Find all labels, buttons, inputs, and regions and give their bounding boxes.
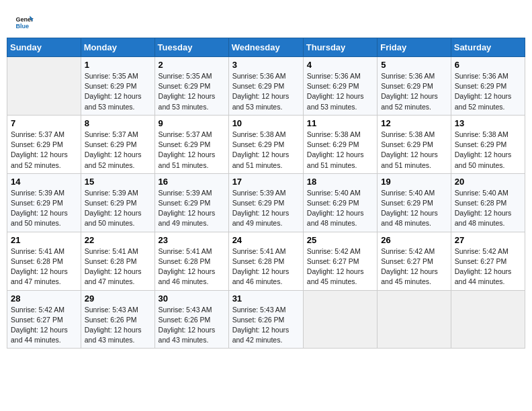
day-info: Sunrise: 5:38 AMSunset: 6:29 PMDaylight:… bbox=[381, 130, 447, 171]
day-number: 23 bbox=[159, 235, 225, 245]
day-info: Sunrise: 5:38 AMSunset: 6:29 PMDaylight:… bbox=[307, 130, 373, 171]
weekday-header-row: SundayMondayTuesdayWednesdayThursdayFrid… bbox=[7, 38, 525, 57]
day-info: Sunrise: 5:40 AMSunset: 6:29 PMDaylight:… bbox=[381, 188, 447, 229]
calendar-cell: 9Sunrise: 5:37 AMSunset: 6:29 PMDaylight… bbox=[154, 115, 228, 173]
calendar-cell: 21Sunrise: 5:41 AMSunset: 6:28 PMDayligh… bbox=[7, 232, 81, 290]
day-number: 2 bbox=[159, 60, 225, 70]
day-number: 25 bbox=[307, 235, 373, 245]
day-info: Sunrise: 5:35 AMSunset: 6:29 PMDaylight:… bbox=[159, 71, 225, 112]
day-number: 20 bbox=[455, 177, 521, 187]
day-number: 16 bbox=[159, 177, 225, 187]
calendar-cell: 18Sunrise: 5:40 AMSunset: 6:29 PMDayligh… bbox=[303, 173, 377, 232]
weekday-friday: Friday bbox=[378, 38, 451, 57]
day-info: Sunrise: 5:40 AMSunset: 6:28 PMDaylight:… bbox=[455, 188, 521, 229]
day-number: 18 bbox=[307, 177, 373, 187]
week-row-2: 7Sunrise: 5:37 AMSunset: 6:29 PMDaylight… bbox=[7, 115, 525, 173]
day-info: Sunrise: 5:42 AMSunset: 6:27 PMDaylight:… bbox=[381, 246, 447, 287]
day-number: 22 bbox=[85, 235, 151, 245]
day-number: 28 bbox=[11, 293, 77, 304]
day-number: 7 bbox=[11, 118, 77, 128]
day-number: 27 bbox=[455, 235, 521, 245]
calendar-cell: 14Sunrise: 5:39 AMSunset: 6:29 PMDayligh… bbox=[7, 173, 81, 232]
day-info: Sunrise: 5:42 AMSunset: 6:27 PMDaylight:… bbox=[307, 246, 373, 287]
day-info: Sunrise: 5:37 AMSunset: 6:29 PMDaylight:… bbox=[85, 130, 151, 171]
day-info: Sunrise: 5:41 AMSunset: 6:28 PMDaylight:… bbox=[11, 246, 77, 287]
logo: General Blue bbox=[15, 12, 34, 31]
logo-icon: General Blue bbox=[15, 12, 34, 31]
weekday-saturday: Saturday bbox=[451, 38, 525, 57]
day-number: 29 bbox=[85, 293, 151, 304]
day-number: 12 bbox=[381, 118, 447, 128]
calendar-cell: 6Sunrise: 5:36 AMSunset: 6:29 PMDaylight… bbox=[451, 57, 525, 116]
page-header: General Blue bbox=[7, 7, 525, 34]
day-info: Sunrise: 5:35 AMSunset: 6:29 PMDaylight:… bbox=[85, 71, 151, 112]
day-number: 13 bbox=[455, 118, 521, 128]
calendar-cell: 28Sunrise: 5:42 AMSunset: 6:27 PMDayligh… bbox=[7, 290, 81, 349]
week-row-3: 14Sunrise: 5:39 AMSunset: 6:29 PMDayligh… bbox=[7, 173, 525, 232]
day-number: 26 bbox=[381, 235, 447, 245]
day-info: Sunrise: 5:36 AMSunset: 6:29 PMDaylight:… bbox=[381, 71, 447, 112]
day-info: Sunrise: 5:42 AMSunset: 6:27 PMDaylight:… bbox=[11, 305, 77, 346]
day-info: Sunrise: 5:41 AMSunset: 6:28 PMDaylight:… bbox=[85, 246, 151, 287]
calendar-cell: 13Sunrise: 5:38 AMSunset: 6:29 PMDayligh… bbox=[451, 115, 525, 173]
weekday-monday: Monday bbox=[81, 38, 154, 57]
day-number: 15 bbox=[85, 177, 151, 187]
weekday-thursday: Thursday bbox=[303, 38, 377, 57]
day-info: Sunrise: 5:39 AMSunset: 6:29 PMDaylight:… bbox=[232, 188, 300, 229]
day-info: Sunrise: 5:38 AMSunset: 6:29 PMDaylight:… bbox=[455, 130, 521, 171]
weekday-tuesday: Tuesday bbox=[154, 38, 228, 57]
day-number: 6 bbox=[455, 60, 521, 70]
day-number: 4 bbox=[307, 60, 373, 70]
calendar-cell: 27Sunrise: 5:42 AMSunset: 6:27 PMDayligh… bbox=[451, 232, 525, 290]
day-number: 1 bbox=[85, 60, 151, 70]
day-info: Sunrise: 5:43 AMSunset: 6:26 PMDaylight:… bbox=[159, 305, 225, 346]
calendar-cell: 22Sunrise: 5:41 AMSunset: 6:28 PMDayligh… bbox=[81, 232, 154, 290]
calendar-cell: 19Sunrise: 5:40 AMSunset: 6:29 PMDayligh… bbox=[378, 173, 451, 232]
week-row-1: 1Sunrise: 5:35 AMSunset: 6:29 PMDaylight… bbox=[7, 57, 525, 116]
day-info: Sunrise: 5:42 AMSunset: 6:27 PMDaylight:… bbox=[455, 246, 521, 287]
day-info: Sunrise: 5:39 AMSunset: 6:29 PMDaylight:… bbox=[159, 188, 225, 229]
day-info: Sunrise: 5:43 AMSunset: 6:26 PMDaylight:… bbox=[85, 305, 151, 346]
day-info: Sunrise: 5:36 AMSunset: 6:29 PMDaylight:… bbox=[232, 71, 300, 112]
day-number: 21 bbox=[11, 235, 77, 245]
calendar-cell: 20Sunrise: 5:40 AMSunset: 6:28 PMDayligh… bbox=[451, 173, 525, 232]
day-number: 9 bbox=[159, 118, 225, 128]
calendar-cell: 5Sunrise: 5:36 AMSunset: 6:29 PMDaylight… bbox=[378, 57, 451, 116]
day-number: 19 bbox=[381, 177, 447, 187]
day-info: Sunrise: 5:40 AMSunset: 6:29 PMDaylight:… bbox=[307, 188, 373, 229]
calendar-table: SundayMondayTuesdayWednesdayThursdayFrid… bbox=[7, 38, 525, 349]
day-number: 24 bbox=[232, 235, 300, 245]
day-info: Sunrise: 5:41 AMSunset: 6:28 PMDaylight:… bbox=[159, 246, 225, 287]
day-info: Sunrise: 5:38 AMSunset: 6:29 PMDaylight:… bbox=[232, 130, 300, 171]
calendar-cell: 15Sunrise: 5:39 AMSunset: 6:29 PMDayligh… bbox=[81, 173, 154, 232]
svg-text:Blue: Blue bbox=[15, 23, 29, 30]
calendar-cell: 8Sunrise: 5:37 AMSunset: 6:29 PMDaylight… bbox=[81, 115, 154, 173]
calendar-cell: 3Sunrise: 5:36 AMSunset: 6:29 PMDaylight… bbox=[228, 57, 303, 116]
day-number: 30 bbox=[159, 293, 225, 304]
calendar-cell: 29Sunrise: 5:43 AMSunset: 6:26 PMDayligh… bbox=[81, 290, 154, 349]
calendar-cell: 30Sunrise: 5:43 AMSunset: 6:26 PMDayligh… bbox=[154, 290, 228, 349]
day-number: 10 bbox=[232, 118, 300, 128]
day-info: Sunrise: 5:37 AMSunset: 6:29 PMDaylight:… bbox=[11, 130, 77, 171]
calendar-cell: 7Sunrise: 5:37 AMSunset: 6:29 PMDaylight… bbox=[7, 115, 81, 173]
week-row-4: 21Sunrise: 5:41 AMSunset: 6:28 PMDayligh… bbox=[7, 232, 525, 290]
calendar-cell: 23Sunrise: 5:41 AMSunset: 6:28 PMDayligh… bbox=[154, 232, 228, 290]
day-number: 14 bbox=[11, 177, 77, 187]
day-number: 5 bbox=[381, 60, 447, 70]
calendar-cell: 12Sunrise: 5:38 AMSunset: 6:29 PMDayligh… bbox=[378, 115, 451, 173]
day-info: Sunrise: 5:36 AMSunset: 6:29 PMDaylight:… bbox=[455, 71, 521, 112]
calendar-cell: 25Sunrise: 5:42 AMSunset: 6:27 PMDayligh… bbox=[303, 232, 377, 290]
calendar-cell bbox=[451, 290, 525, 349]
day-number: 8 bbox=[85, 118, 151, 128]
day-info: Sunrise: 5:39 AMSunset: 6:29 PMDaylight:… bbox=[11, 188, 77, 229]
day-number: 3 bbox=[232, 60, 300, 70]
calendar-cell: 11Sunrise: 5:38 AMSunset: 6:29 PMDayligh… bbox=[303, 115, 377, 173]
calendar-cell: 31Sunrise: 5:43 AMSunset: 6:26 PMDayligh… bbox=[228, 290, 303, 349]
calendar-cell: 16Sunrise: 5:39 AMSunset: 6:29 PMDayligh… bbox=[154, 173, 228, 232]
calendar-cell: 24Sunrise: 5:41 AMSunset: 6:28 PMDayligh… bbox=[228, 232, 303, 290]
weekday-sunday: Sunday bbox=[7, 38, 81, 57]
week-row-5: 28Sunrise: 5:42 AMSunset: 6:27 PMDayligh… bbox=[7, 290, 525, 349]
day-number: 17 bbox=[232, 177, 300, 187]
calendar-cell: 2Sunrise: 5:35 AMSunset: 6:29 PMDaylight… bbox=[154, 57, 228, 116]
calendar-cell: 1Sunrise: 5:35 AMSunset: 6:29 PMDaylight… bbox=[81, 57, 154, 116]
